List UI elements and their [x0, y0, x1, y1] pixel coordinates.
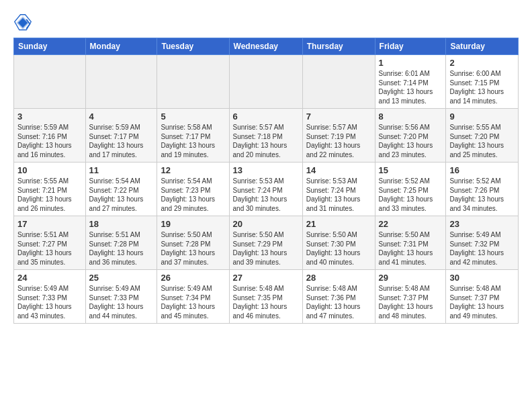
- day-info: Sunrise: 5:54 AM Sunset: 7:22 PM Dayligh…: [89, 177, 154, 213]
- day-number: 13: [233, 165, 299, 175]
- day-number: 11: [89, 165, 154, 175]
- calendar-cell: 5Sunrise: 5:58 AM Sunset: 7:17 PM Daylig…: [157, 109, 229, 163]
- calendar-cell: 16Sunrise: 5:52 AM Sunset: 7:26 PM Dayli…: [446, 163, 519, 216]
- day-info: Sunrise: 5:57 AM Sunset: 7:18 PM Dayligh…: [233, 123, 299, 159]
- calendar-cell: 13Sunrise: 5:53 AM Sunset: 7:24 PM Dayli…: [229, 163, 302, 216]
- day-info: Sunrise: 5:51 AM Sunset: 7:27 PM Dayligh…: [17, 230, 82, 267]
- day-number: 7: [306, 111, 371, 122]
- weekday-header-sunday: Sunday: [14, 38, 86, 55]
- calendar-cell: [302, 55, 375, 109]
- day-number: 19: [161, 219, 225, 229]
- day-info: Sunrise: 6:01 AM Sunset: 7:14 PM Dayligh…: [379, 69, 443, 105]
- calendar-cell: 19Sunrise: 5:50 AM Sunset: 7:28 PM Dayli…: [157, 216, 229, 270]
- calendar-cell: 2Sunrise: 6:00 AM Sunset: 7:15 PM Daylig…: [446, 55, 519, 109]
- calendar-cell: 3Sunrise: 5:59 AM Sunset: 7:16 PM Daylig…: [14, 109, 86, 163]
- calendar-cell: 24Sunrise: 5:49 AM Sunset: 7:33 PM Dayli…: [14, 270, 86, 324]
- calendar-cell: 4Sunrise: 5:59 AM Sunset: 7:17 PM Daylig…: [85, 109, 157, 163]
- day-info: Sunrise: 5:56 AM Sunset: 7:20 PM Dayligh…: [379, 123, 443, 159]
- day-number: 26: [161, 273, 225, 283]
- weekday-header-row: SundayMondayTuesdayWednesdayThursdayFrid…: [14, 38, 519, 55]
- weekday-header-friday: Friday: [375, 38, 446, 55]
- day-number: 12: [161, 165, 225, 175]
- day-number: 28: [306, 273, 371, 283]
- day-info: Sunrise: 5:48 AM Sunset: 7:36 PM Dayligh…: [306, 284, 371, 320]
- calendar-cell: 15Sunrise: 5:52 AM Sunset: 7:25 PM Dayli…: [375, 163, 446, 216]
- day-info: Sunrise: 5:49 AM Sunset: 7:34 PM Dayligh…: [161, 284, 225, 320]
- day-number: 15: [379, 165, 443, 175]
- page: SundayMondayTuesdayWednesdayThursdayFrid…: [0, 0, 532, 334]
- day-info: Sunrise: 5:58 AM Sunset: 7:17 PM Dayligh…: [161, 123, 225, 159]
- calendar-cell: [229, 55, 302, 109]
- day-number: 10: [17, 165, 82, 175]
- day-number: 9: [449, 111, 515, 122]
- day-info: Sunrise: 5:49 AM Sunset: 7:32 PM Dayligh…: [449, 230, 515, 267]
- weekday-header-saturday: Saturday: [446, 38, 519, 55]
- week-row-4: 17Sunrise: 5:51 AM Sunset: 7:27 PM Dayli…: [14, 216, 519, 270]
- day-info: Sunrise: 5:59 AM Sunset: 7:16 PM Dayligh…: [17, 123, 82, 159]
- calendar-cell: 1Sunrise: 6:01 AM Sunset: 7:14 PM Daylig…: [375, 55, 446, 109]
- week-row-5: 24Sunrise: 5:49 AM Sunset: 7:33 PM Dayli…: [14, 270, 519, 324]
- calendar-cell: 25Sunrise: 5:49 AM Sunset: 7:33 PM Dayli…: [85, 270, 157, 324]
- day-info: Sunrise: 5:53 AM Sunset: 7:24 PM Dayligh…: [233, 177, 299, 213]
- day-number: 5: [161, 111, 225, 122]
- calendar-cell: 30Sunrise: 5:48 AM Sunset: 7:37 PM Dayli…: [446, 270, 519, 324]
- calendar-cell: [14, 55, 86, 109]
- day-info: Sunrise: 6:00 AM Sunset: 7:15 PM Dayligh…: [449, 69, 515, 105]
- header: [13, 11, 519, 32]
- logo-icon: [13, 13, 32, 32]
- calendar-cell: 27Sunrise: 5:48 AM Sunset: 7:35 PM Dayli…: [229, 270, 302, 324]
- calendar-cell: 18Sunrise: 5:51 AM Sunset: 7:28 PM Dayli…: [85, 216, 157, 270]
- day-number: 14: [306, 165, 371, 175]
- day-info: Sunrise: 5:57 AM Sunset: 7:19 PM Dayligh…: [306, 123, 371, 159]
- calendar-cell: 6Sunrise: 5:57 AM Sunset: 7:18 PM Daylig…: [229, 109, 302, 163]
- day-number: 1: [379, 58, 443, 68]
- day-number: 8: [379, 111, 443, 122]
- weekday-header-wednesday: Wednesday: [229, 38, 302, 55]
- calendar-cell: 22Sunrise: 5:50 AM Sunset: 7:31 PM Dayli…: [375, 216, 446, 270]
- calendar-cell: 17Sunrise: 5:51 AM Sunset: 7:27 PM Dayli…: [14, 216, 86, 270]
- calendar-cell: 9Sunrise: 5:55 AM Sunset: 7:20 PM Daylig…: [446, 109, 519, 163]
- logo: [13, 11, 32, 32]
- calendar-cell: [85, 55, 157, 109]
- day-number: 21: [306, 219, 371, 229]
- calendar-table: SundayMondayTuesdayWednesdayThursdayFrid…: [13, 38, 519, 324]
- weekday-header-monday: Monday: [85, 38, 157, 55]
- day-info: Sunrise: 5:50 AM Sunset: 7:30 PM Dayligh…: [306, 230, 371, 267]
- day-info: Sunrise: 5:51 AM Sunset: 7:28 PM Dayligh…: [89, 230, 154, 267]
- day-number: 2: [449, 58, 515, 68]
- day-info: Sunrise: 5:48 AM Sunset: 7:37 PM Dayligh…: [379, 284, 443, 320]
- day-info: Sunrise: 5:49 AM Sunset: 7:33 PM Dayligh…: [89, 284, 154, 320]
- week-row-1: 1Sunrise: 6:01 AM Sunset: 7:14 PM Daylig…: [14, 55, 519, 109]
- day-number: 22: [379, 219, 443, 229]
- calendar-cell: 21Sunrise: 5:50 AM Sunset: 7:30 PM Dayli…: [302, 216, 375, 270]
- day-info: Sunrise: 5:48 AM Sunset: 7:37 PM Dayligh…: [449, 284, 515, 320]
- day-number: 3: [17, 111, 82, 122]
- calendar-cell: 8Sunrise: 5:56 AM Sunset: 7:20 PM Daylig…: [375, 109, 446, 163]
- day-number: 18: [89, 219, 154, 229]
- day-info: Sunrise: 5:55 AM Sunset: 7:20 PM Dayligh…: [449, 123, 515, 159]
- calendar-cell: 28Sunrise: 5:48 AM Sunset: 7:36 PM Dayli…: [302, 270, 375, 324]
- weekday-header-thursday: Thursday: [302, 38, 375, 55]
- calendar-cell: 26Sunrise: 5:49 AM Sunset: 7:34 PM Dayli…: [157, 270, 229, 324]
- day-info: Sunrise: 5:54 AM Sunset: 7:23 PM Dayligh…: [161, 177, 225, 213]
- day-info: Sunrise: 5:52 AM Sunset: 7:25 PM Dayligh…: [379, 177, 443, 213]
- day-info: Sunrise: 5:52 AM Sunset: 7:26 PM Dayligh…: [449, 177, 515, 213]
- calendar-cell: 10Sunrise: 5:55 AM Sunset: 7:21 PM Dayli…: [14, 163, 86, 216]
- day-number: 24: [17, 273, 82, 283]
- day-number: 17: [17, 219, 82, 229]
- calendar-cell: 12Sunrise: 5:54 AM Sunset: 7:23 PM Dayli…: [157, 163, 229, 216]
- day-number: 30: [449, 273, 515, 283]
- day-info: Sunrise: 5:48 AM Sunset: 7:35 PM Dayligh…: [233, 284, 299, 320]
- day-number: 16: [449, 165, 515, 175]
- calendar-cell: 23Sunrise: 5:49 AM Sunset: 7:32 PM Dayli…: [446, 216, 519, 270]
- weekday-header-tuesday: Tuesday: [157, 38, 229, 55]
- day-number: 29: [379, 273, 443, 283]
- calendar-cell: 7Sunrise: 5:57 AM Sunset: 7:19 PM Daylig…: [302, 109, 375, 163]
- week-row-2: 3Sunrise: 5:59 AM Sunset: 7:16 PM Daylig…: [14, 109, 519, 163]
- calendar-cell: 20Sunrise: 5:50 AM Sunset: 7:29 PM Dayli…: [229, 216, 302, 270]
- day-info: Sunrise: 5:59 AM Sunset: 7:17 PM Dayligh…: [89, 123, 154, 159]
- calendar-cell: [157, 55, 229, 109]
- day-info: Sunrise: 5:55 AM Sunset: 7:21 PM Dayligh…: [17, 177, 82, 213]
- day-info: Sunrise: 5:50 AM Sunset: 7:29 PM Dayligh…: [233, 230, 299, 267]
- calendar-cell: 29Sunrise: 5:48 AM Sunset: 7:37 PM Dayli…: [375, 270, 446, 324]
